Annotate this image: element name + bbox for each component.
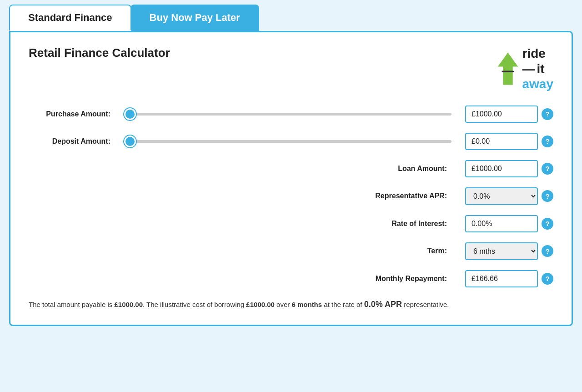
svg-rect-1 [502, 71, 514, 73]
calculator-box: Retail Finance Calculator ride — it away [9, 31, 573, 326]
logo-line1: ride [522, 46, 546, 60]
summary-apr: 0.0% APR [364, 300, 402, 309]
page-title: Retail Finance Calculator [29, 46, 170, 60]
term-row: Term: 6 mths 12 mths 18 mths 24 mths 36 … [29, 242, 553, 260]
logo: ride — it away [494, 46, 554, 92]
tabs-row: Standard Finance Buy Now Pay Later [9, 5, 573, 31]
representative-apr-select[interactable]: 0.0% 5.0% 10.0% 15.0% 20.0% [465, 187, 538, 205]
monthly-repayment-input[interactable] [465, 270, 538, 287]
representative-apr-label: Representative APR: [375, 192, 447, 200]
purchase-amount-row: Purchase Amount: ? [29, 106, 553, 123]
monthly-repayment-label: Monthly Repayment: [376, 275, 447, 283]
rate-of-interest-help-button[interactable]: ? [542, 218, 553, 230]
summary-text-over: over [275, 301, 292, 308]
term-select[interactable]: 6 mths 12 mths 18 mths 24 mths 36 mths 4… [465, 242, 538, 260]
loan-amount-help-button[interactable]: ? [542, 163, 553, 175]
svg-marker-0 [497, 53, 517, 85]
tab-bnpl-label: Buy Now Pay Later [150, 12, 240, 23]
monthly-repayment-row: Monthly Repayment: ? [29, 270, 553, 287]
deposit-amount-slider-wrapper [120, 140, 456, 143]
term-label: Term: [427, 247, 447, 255]
purchase-amount-input[interactable] [465, 106, 538, 123]
rate-of-interest-input[interactable] [465, 215, 538, 232]
logo-line2: it [537, 61, 545, 77]
summary-text-rate: at the rate of [322, 301, 364, 308]
representative-apr-help-button[interactable]: ? [542, 190, 553, 202]
tab-standard[interactable]: Standard Finance [9, 5, 131, 31]
tab-standard-label: Standard Finance [28, 12, 112, 23]
page-wrapper: Standard Finance Buy Now Pay Later Retai… [9, 5, 573, 326]
representative-apr-field-group: 0.0% 5.0% 10.0% 15.0% 20.0% ? [465, 187, 553, 205]
rate-of-interest-row: Rate of Interest: ? [29, 215, 553, 232]
term-help-button[interactable]: ? [542, 245, 553, 257]
deposit-amount-row: Deposit Amount: ? [29, 133, 553, 150]
logo-icon [494, 50, 522, 87]
purchase-amount-label: Purchase Amount: [29, 110, 120, 118]
logo-line3: away [522, 77, 554, 91]
summary-total-amount: £1000.00 [114, 301, 143, 308]
calc-header: Retail Finance Calculator ride — it away [29, 46, 553, 92]
representative-apr-row: Representative APR: 0.0% 5.0% 10.0% 15.0… [29, 187, 553, 205]
loan-amount-label: Loan Amount: [398, 165, 447, 173]
purchase-amount-slider-wrapper [120, 113, 456, 116]
summary-text: The total amount payable is £1000.00. Th… [29, 297, 553, 312]
deposit-amount-label: Deposit Amount: [29, 137, 120, 146]
deposit-amount-field-group: ? [465, 133, 553, 150]
summary-borrow-amount: £1000.00 [246, 301, 275, 308]
loan-amount-input[interactable] [465, 160, 538, 177]
monthly-repayment-help-button[interactable]: ? [542, 273, 553, 285]
logo-text: ride — it away [522, 46, 554, 92]
term-field-group: 6 mths 12 mths 18 mths 24 mths 36 mths 4… [465, 242, 553, 260]
summary-text-before: The total amount payable is [29, 301, 114, 308]
loan-amount-row: Loan Amount: ? [29, 160, 553, 177]
monthly-repayment-field-group: ? [465, 270, 553, 287]
rate-of-interest-label: Rate of Interest: [391, 220, 447, 228]
summary-text-rep: representative. [402, 301, 449, 308]
purchase-amount-field-group: ? [465, 106, 553, 123]
purchase-amount-slider[interactable] [124, 113, 452, 116]
deposit-amount-input[interactable] [465, 133, 538, 150]
summary-text-between: . The illustrative cost of borrowing [143, 301, 246, 308]
rate-of-interest-field-group: ? [465, 215, 553, 232]
loan-amount-field-group: ? [465, 160, 553, 177]
tab-bnpl[interactable]: Buy Now Pay Later [130, 5, 259, 31]
deposit-amount-slider[interactable] [124, 140, 452, 143]
logo-dash: — [522, 61, 535, 77]
summary-months: 6 months [291, 301, 322, 308]
purchase-amount-help-button[interactable]: ? [542, 108, 553, 120]
deposit-amount-help-button[interactable]: ? [542, 136, 553, 147]
